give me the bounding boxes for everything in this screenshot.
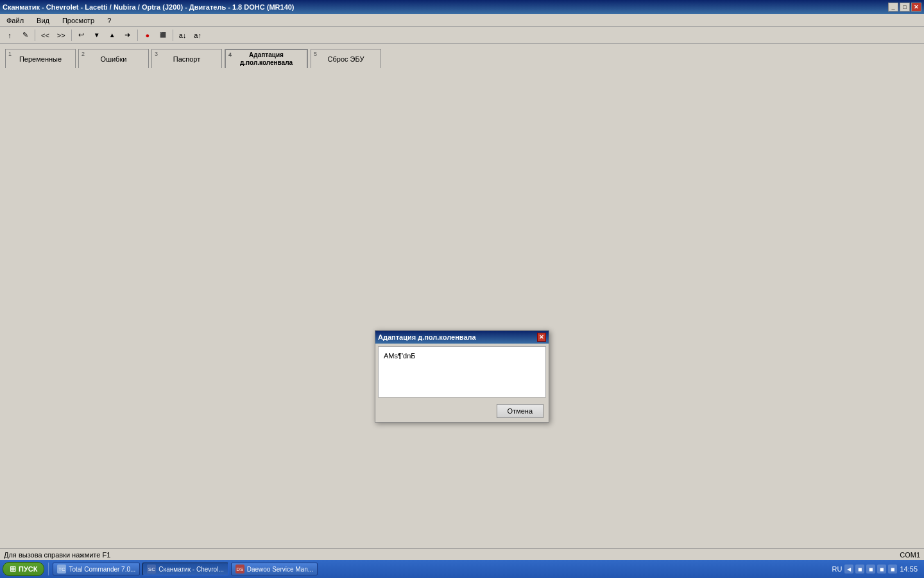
tab-num-5: 5 <box>314 51 317 57</box>
toolbar-nav-prev-prev[interactable]: << <box>38 29 53 42</box>
tab-num-2: 2 <box>81 51 85 57</box>
toolbar-separator-2 <box>71 30 72 41</box>
toolbar-separator-4 <box>173 30 173 41</box>
dialog-footer: Отмена <box>375 400 549 422</box>
tab-label-passport: Паспорт <box>173 55 201 63</box>
tabs-area: 1 Переменные 2 Ошибки 3 Паспорт 4 Адапта… <box>0 44 924 68</box>
window-title-text: Сканматик - Chevrolet - Lacetti / Nubira… <box>3 3 295 11</box>
tab-label-reset-ecu: Сброс ЭБУ <box>328 55 364 63</box>
tab-label-errors: Ошибки <box>101 55 127 63</box>
tab-label-adaptation: Адаптацияд.пол.коленвала <box>240 51 293 67</box>
window-title: Сканматик - Chevrolet - Lacetti / Nubira… <box>3 3 295 11</box>
tab-reset-ecu[interactable]: 5 Сброс ЭБУ <box>311 49 381 68</box>
toolbar-camera[interactable]: ⬛ <box>156 29 170 42</box>
toolbar-nav-next-next[interactable]: >> <box>54 29 69 42</box>
dialog-overlay: Адаптация д.пол.коленвала ✕ АМs¶'dnБ Отм… <box>0 136 924 578</box>
toolbar-arrow-up[interactable]: ↑ <box>3 29 17 42</box>
title-bar: Сканматик - Chevrolet - Lacetti / Nubira… <box>0 0 924 14</box>
tab-num-4: 4 <box>228 51 232 58</box>
toolbar-separator-1 <box>35 30 35 41</box>
menu-help[interactable]: ? <box>103 15 115 26</box>
menu-file[interactable]: Файл <box>3 15 28 26</box>
tab-errors[interactable]: 2 Ошибки <box>78 49 149 68</box>
dialog-body: АМs¶'dnБ <box>378 346 546 398</box>
tab-num-1: 1 <box>8 51 12 57</box>
minimize-button[interactable]: _ <box>888 3 898 12</box>
dialog-title-text: Адаптация д.пол.коленвала <box>378 333 476 341</box>
toolbar: ↑ ✎ << >> ↩ ▼ ▲ ➜ ● ⬛ a↓ a↑ <box>0 27 924 44</box>
cancel-button[interactable]: Отмена <box>497 404 543 418</box>
dialog-close-button[interactable]: ✕ <box>537 333 546 342</box>
menu-preview[interactable]: Просмотр <box>58 15 98 26</box>
close-button[interactable]: ✕ <box>911 3 921 12</box>
tab-variables[interactable]: 1 Переменные <box>5 49 76 68</box>
menu-view[interactable]: Вид <box>33 15 53 26</box>
toolbar-upload[interactable]: ▲ <box>105 29 119 42</box>
dialog-adaptation: Адаптация д.пол.коленвала ✕ АМs¶'dnБ Отм… <box>375 330 549 423</box>
toolbar-back[interactable]: ↩ <box>74 29 89 42</box>
toolbar-separator-3 <box>137 30 138 41</box>
tab-num-3: 3 <box>155 51 158 57</box>
content-area: Адаптация д.пол.коленвала ✕ АМs¶'dnБ Отм… <box>0 68 924 548</box>
maximize-button[interactable]: □ <box>900 3 910 12</box>
toolbar-forward[interactable]: ➜ <box>121 29 135 42</box>
toolbar-font-up[interactable]: a↑ <box>191 29 205 42</box>
tab-adaptation[interactable]: 4 Адаптацияд.пол.коленвала <box>225 49 308 68</box>
menu-bar: Файл Вид Просмотр ? <box>0 14 924 27</box>
tab-passport[interactable]: 3 Паспорт <box>151 49 222 68</box>
toolbar-edit[interactable]: ✎ <box>18 29 32 42</box>
dialog-title-bar: Адаптация д.пол.коленвала ✕ <box>375 331 549 344</box>
titlebar-controls: _ □ ✕ <box>888 3 921 12</box>
dialog-body-text: АМs¶'dnБ <box>384 352 415 360</box>
tab-label-variables: Переменные <box>19 55 62 63</box>
toolbar-download[interactable]: ▼ <box>90 29 104 42</box>
toolbar-record[interactable]: ● <box>141 29 155 42</box>
toolbar-font-down[interactable]: a↓ <box>176 29 190 42</box>
